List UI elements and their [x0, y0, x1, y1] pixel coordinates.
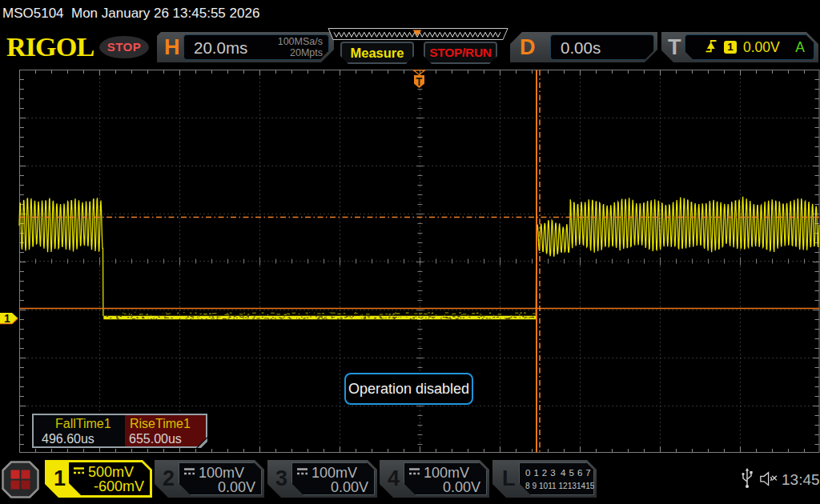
svg-text:1: 1: [4, 312, 10, 325]
